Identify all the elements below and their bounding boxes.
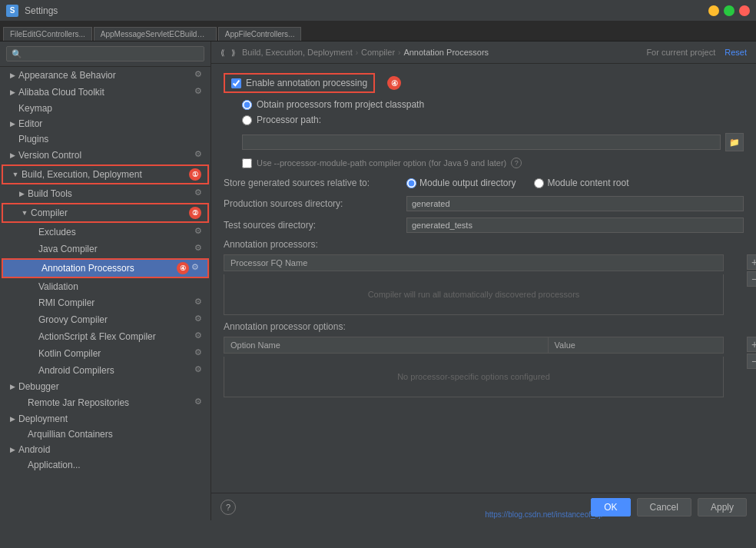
help-button[interactable]: ? (220, 500, 236, 515)
cancel-button[interactable]: Cancel (637, 498, 691, 516)
gear-icon: ⚙ (192, 243, 204, 255)
sidebar-item-label: Editor (18, 118, 204, 129)
enable-annotation-row: Enable annotation processing ④ (224, 73, 744, 93)
sidebar-item-build-execution[interactable]: Build, Execution, Deployment ① (2, 164, 209, 184)
maximize-button[interactable] (724, 5, 734, 16)
processor-path-label: Processor path: (257, 115, 321, 125)
expand-icon (18, 209, 31, 217)
production-sources-row: Production sources directory: (224, 196, 744, 211)
sidebar-item-actionscript[interactable]: ActionScript & Flex Compiler ⚙ (0, 328, 211, 345)
gear-icon: ⚙ (192, 314, 204, 326)
sidebar-item-appearance[interactable]: Appearance & Behavior ⚙ (0, 67, 211, 84)
production-sources-label: Production sources directory: (224, 198, 400, 209)
title-bar: S Settings (0, 0, 756, 22)
option-name-header: Option Name (224, 337, 549, 354)
help-icon[interactable]: ? (511, 158, 522, 168)
sidebar-item-label: Groovy Compiler (38, 314, 192, 325)
annotation-processors-section-label: Annotation processors: (224, 239, 744, 250)
processor-path-row: 📁 (224, 133, 744, 151)
sidebar-item-label: Alibaba Cloud Toolkit (18, 87, 192, 98)
remove-option-button[interactable]: − (747, 354, 756, 369)
option-value-header: Value (548, 337, 723, 354)
obtain-processors-radio[interactable] (242, 100, 252, 110)
sidebar-item-validation[interactable]: Validation (0, 279, 211, 294)
add-option-button[interactable]: + (747, 337, 756, 352)
processor-path-radio[interactable] (242, 115, 252, 125)
store-generated-row: Store generated sources relative to: Mod… (224, 178, 744, 188)
badge-enable: ④ (387, 76, 401, 90)
gear-icon: ⚙ (192, 297, 204, 309)
test-sources-label: Test sources directory: (224, 220, 400, 231)
search-input[interactable] (6, 46, 204, 61)
gear-icon: ⚙ (192, 226, 204, 238)
bottom-bar: ? https://blog.csdn.net/instanceof_zjl O… (211, 493, 756, 520)
sidebar-item-label: Annotation Processors (41, 263, 177, 274)
module-option-checkbox[interactable] (242, 158, 252, 168)
remove-processor-button[interactable]: − (747, 271, 756, 287)
sidebar-item-remote-jar[interactable]: Remote Jar Repositories ⚙ (0, 394, 211, 411)
gear-icon: ⚙ (192, 149, 204, 161)
sidebar-collapse-btn[interactable]: ⟪ (220, 48, 225, 57)
module-output-option: Module output directory (406, 178, 516, 188)
module-output-radio[interactable] (406, 178, 416, 188)
reset-button[interactable]: Reset (724, 48, 747, 57)
sidebar-item-label: Appearance & Behavior (18, 70, 192, 81)
obtain-processors-item: Obtain processors from project classpath (242, 99, 744, 110)
sidebar-item-android-compilers[interactable]: Android Compilers ⚙ (0, 362, 211, 379)
sidebar-item-rmi-compiler[interactable]: RMI Compiler ⚙ (0, 294, 211, 311)
module-content-radio[interactable] (534, 178, 544, 188)
expand-icon (15, 190, 28, 198)
folder-browse-button[interactable]: 📁 (725, 133, 744, 151)
breadcrumb-arrow-2: › (398, 48, 400, 57)
annotation-table-actions: + − (747, 254, 756, 287)
sidebar-item-java-compiler[interactable]: Java Compiler ⚙ (0, 241, 211, 257)
sidebar-item-arquillian[interactable]: Arquillian Containers (0, 427, 211, 442)
apply-button[interactable]: Apply (698, 498, 747, 516)
minimize-button[interactable] (708, 5, 719, 16)
enable-annotation-checkbox[interactable] (231, 78, 241, 88)
window-title: Settings (25, 5, 58, 16)
sidebar-item-android[interactable]: Android (0, 442, 211, 457)
sidebar-item-kotlin-compiler[interactable]: Kotlin Compiler ⚙ (0, 345, 211, 362)
annotation-processors-table: Processor FQ Name (224, 254, 724, 271)
window-controls (708, 5, 750, 16)
processor-path-input[interactable] (242, 135, 721, 150)
breadcrumb: ⟪ ⟫ Build, Execution, Deployment › Compi… (211, 42, 756, 64)
sidebar-item-deployment[interactable]: Deployment (0, 411, 211, 427)
tab-2[interactable]: AppFileControllers... (218, 27, 302, 41)
main-container: Appearance & Behavior ⚙ Alibaba Cloud To… (0, 42, 756, 520)
sidebar-item-editor[interactable]: Editor (0, 116, 211, 131)
sidebar-item-annotation-processors[interactable]: Annotation Processors ④ ⚙ (2, 258, 209, 278)
gear-icon: ⚙ (192, 397, 204, 409)
sidebar-item-plugins[interactable]: Plugins (0, 131, 211, 147)
options-table-actions: + − (747, 337, 756, 369)
annotation-options-table-container: Option Name Value No processor-specific … (224, 337, 744, 397)
search-box (0, 42, 211, 67)
sidebar-expand-btn[interactable]: ⟫ (231, 48, 236, 57)
sidebar-item-debugger[interactable]: Debugger (0, 379, 211, 394)
test-sources-input[interactable] (406, 218, 744, 233)
sidebar-item-excludes[interactable]: Excludes ⚙ (0, 224, 211, 241)
tab-1[interactable]: AppMessageServletECBuildHan... (94, 27, 217, 41)
sidebar-item-label: Validation (38, 281, 204, 292)
production-sources-input[interactable] (406, 196, 744, 211)
sidebar-item-label: Java Compiler (38, 244, 192, 254)
sidebar-item-compiler[interactable]: Compiler ② (2, 203, 209, 223)
enable-annotation-label: Enable annotation processing (246, 78, 367, 88)
sidebar-item-groovy-compiler[interactable]: Groovy Compiler ⚙ (0, 311, 211, 328)
sidebar-item-version-control[interactable]: Version Control ⚙ (0, 147, 211, 164)
sidebar-item-label: Plugins (18, 134, 204, 144)
sidebar-item-label: Android (18, 444, 204, 455)
sidebar-item-alibaba[interactable]: Alibaba Cloud Toolkit ⚙ (0, 84, 211, 101)
gear-icon: ⚙ (192, 330, 204, 343)
sidebar-item-label: Deployment (18, 413, 204, 424)
tab-0[interactable]: FileEditGControllers... (3, 27, 92, 41)
module-content-option: Module content root (534, 178, 628, 188)
sidebar-item-application[interactable]: Application... (0, 457, 211, 473)
sidebar-item-label: Build Tools (28, 188, 192, 199)
sidebar-item-keymap[interactable]: Keymap (0, 101, 211, 116)
add-processor-button[interactable]: + (747, 254, 756, 270)
close-button[interactable] (739, 5, 750, 16)
sidebar-item-build-tools[interactable]: Build Tools ⚙ (0, 185, 211, 202)
sidebar-item-label: Build, Execution, Deployment (22, 169, 189, 180)
